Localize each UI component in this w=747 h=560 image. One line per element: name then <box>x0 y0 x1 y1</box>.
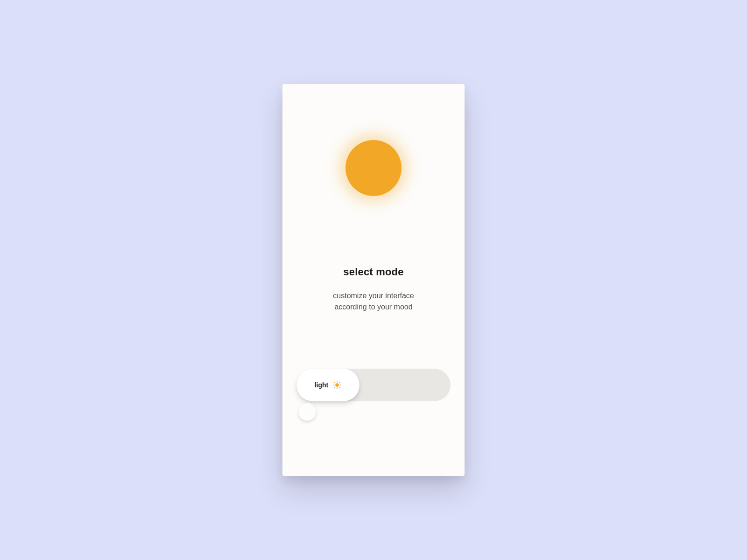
mode-toggle[interactable]: light <box>296 369 451 401</box>
subtitle-line-2: according to your mood <box>334 303 412 311</box>
page-subtitle: customize your interface according to yo… <box>333 290 414 313</box>
secondary-handle[interactable] <box>298 403 316 421</box>
subtitle-line-1: customize your interface <box>333 292 414 300</box>
svg-line-5 <box>335 382 335 383</box>
mode-toggle-label: light <box>315 381 329 389</box>
sun-illustration <box>345 140 402 196</box>
svg-point-0 <box>336 383 339 387</box>
mode-toggle-wrap: light <box>296 369 451 401</box>
page-title: select mode <box>343 266 403 278</box>
svg-line-7 <box>335 387 335 387</box>
mode-select-card: select mode customize your interface acc… <box>282 84 465 476</box>
svg-line-8 <box>339 382 340 383</box>
sun-icon <box>333 381 341 389</box>
mode-toggle-thumb[interactable]: light <box>296 369 359 401</box>
svg-line-6 <box>339 387 340 387</box>
